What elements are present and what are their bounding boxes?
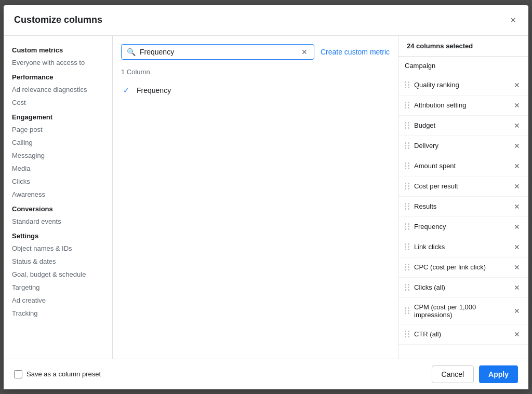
selected-item-attribution-setting: Attribution setting ✕ <box>398 96 528 116</box>
sidebar-item-ad-creative[interactable]: Ad creative <box>4 294 112 307</box>
drag-handle-quality-ranking[interactable] <box>405 81 410 88</box>
search-icon: 🔍 <box>127 48 136 56</box>
drag-handle-link-clicks[interactable] <box>405 243 410 250</box>
item-label-budget: Budget <box>414 121 512 129</box>
selected-item-cpc: CPC (cost per link click) ✕ <box>398 257 528 278</box>
remove-results-button[interactable]: ✕ <box>512 202 522 211</box>
drag-handle-cost-per-result[interactable] <box>405 183 410 189</box>
close-button[interactable]: × <box>508 13 518 27</box>
campaign-label: Campaign <box>405 62 435 70</box>
item-label-clicks-all: Clicks (all) <box>414 283 512 291</box>
selected-item-amount-spent: Amount spent ✕ <box>398 156 528 176</box>
column-item-frequency[interactable]: ✓ Frequency <box>121 82 390 99</box>
remove-attribution-setting-button[interactable]: ✕ <box>512 101 522 110</box>
sidebar-item-goal-budget[interactable]: Goal, budget & schedule <box>4 268 112 281</box>
drag-handle-ctr-all[interactable] <box>405 331 410 337</box>
section-title-performance: Performance <box>4 69 112 83</box>
section-title-custom-metrics: Custom metrics <box>4 42 112 56</box>
remove-clicks-all-button[interactable]: ✕ <box>512 283 522 292</box>
sidebar-item-object-names[interactable]: Object names & IDs <box>4 242 112 255</box>
selected-item-budget: Budget ✕ <box>398 116 528 136</box>
save-preset-label: Save as a column preset <box>26 370 101 378</box>
selected-item-results: Results ✕ <box>398 197 528 217</box>
section-title-settings: Settings <box>4 228 112 242</box>
customize-columns-modal: Customize columns × Custom metrics Every… <box>4 5 528 389</box>
remove-frequency-button[interactable]: ✕ <box>512 222 522 232</box>
search-input[interactable] <box>140 48 300 56</box>
save-preset-checkbox[interactable] <box>14 370 22 378</box>
selected-item-link-clicks: Link clicks ✕ <box>398 237 528 257</box>
remove-link-clicks-button[interactable]: ✕ <box>512 242 522 252</box>
sidebar-item-page-post[interactable]: Page post <box>4 123 112 136</box>
sidebar-item-status-dates[interactable]: Status & dates <box>4 255 112 268</box>
section-title-conversions: Conversions <box>4 201 112 215</box>
selected-columns-header: 24 columns selected <box>398 36 528 57</box>
selected-item-campaign: Campaign <box>398 57 528 75</box>
selected-item-cpm: CPM (cost per 1,000 impressions) ✕ <box>398 298 528 324</box>
sidebar-item-media[interactable]: Media <box>4 162 112 175</box>
modal-footer: Save as a column preset Cancel Apply <box>4 359 528 389</box>
drag-handle-clicks-all[interactable] <box>405 284 410 291</box>
remove-cost-per-result-button[interactable]: ✕ <box>512 182 522 191</box>
create-custom-metric-link[interactable]: Create custom metric <box>321 48 390 56</box>
sidebar-item-targeting[interactable]: Targeting <box>4 281 112 294</box>
sidebar-item-tracking[interactable]: Tracking <box>4 307 112 320</box>
check-icon: ✓ <box>123 86 131 94</box>
drag-handle-cpm[interactable] <box>405 307 410 314</box>
item-label-results: Results <box>414 202 512 210</box>
drag-handle-cpc[interactable] <box>405 264 410 270</box>
remove-cpm-button[interactable]: ✕ <box>512 306 522 316</box>
remove-delivery-button[interactable]: ✕ <box>512 141 522 151</box>
selected-item-clicks-all: Clicks (all) ✕ <box>398 278 528 298</box>
item-label-attribution-setting: Attribution setting <box>414 101 512 109</box>
item-label-ctr-all: CTR (all) <box>414 330 512 338</box>
sidebar-item-calling[interactable]: Calling <box>4 136 112 149</box>
remove-amount-spent-button[interactable]: ✕ <box>512 161 522 171</box>
middle-panel: 🔍 ✕ Create custom metric 1 Column ✓ Freq… <box>113 36 398 359</box>
sidebar-item-ad-relevance[interactable]: Ad relevance diagnostics <box>4 83 112 96</box>
remove-cpc-button[interactable]: ✕ <box>512 263 522 272</box>
sidebar-item-cost[interactable]: Cost <box>4 96 112 109</box>
item-label-frequency: Frequency <box>414 223 512 230</box>
item-label-link-clicks: Link clicks <box>414 243 512 251</box>
modal-overlay: Customize columns × Custom metrics Every… <box>0 0 532 394</box>
clear-search-button[interactable]: ✕ <box>300 48 309 56</box>
left-panel: Custom metrics Everyone with access to P… <box>4 36 113 359</box>
sidebar-item-messaging[interactable]: Messaging <box>4 149 112 162</box>
selected-item-cost-per-result: Cost per result ✕ <box>398 176 528 197</box>
sidebar-item-clicks[interactable]: Clicks <box>4 175 112 188</box>
apply-button[interactable]: Apply <box>479 365 518 383</box>
sidebar-item-everyone-access[interactable]: Everyone with access to <box>4 56 112 69</box>
section-title-engagement: Engagement <box>4 109 112 123</box>
drag-handle-amount-spent[interactable] <box>405 162 410 169</box>
drag-handle-frequency[interactable] <box>405 223 410 230</box>
item-label-cpm: CPM (cost per 1,000 impressions) <box>414 303 512 319</box>
item-label-cpc: CPC (cost per link click) <box>414 263 512 271</box>
remove-quality-ranking-button[interactable]: ✕ <box>512 80 522 90</box>
drag-handle-results[interactable] <box>405 203 410 210</box>
sidebar-item-standard-events[interactable]: Standard events <box>4 215 112 228</box>
modal-title: Customize columns <box>14 15 102 25</box>
search-row: 🔍 ✕ Create custom metric <box>121 44 390 60</box>
modal-body: Custom metrics Everyone with access to P… <box>4 36 528 359</box>
column-count-label: 1 Column <box>121 68 390 76</box>
search-box: 🔍 ✕ <box>121 44 314 60</box>
selected-item-quality-ranking: Quality ranking ✕ <box>398 75 528 96</box>
column-item-label-frequency: Frequency <box>137 86 171 94</box>
sidebar-item-awareness[interactable]: Awareness <box>4 188 112 201</box>
footer-buttons: Cancel Apply <box>432 365 518 383</box>
drag-handle-attribution-setting[interactable] <box>405 102 410 108</box>
drag-handle-delivery[interactable] <box>405 142 410 149</box>
save-preset-area: Save as a column preset <box>14 370 101 378</box>
item-label-amount-spent: Amount spent <box>414 162 512 170</box>
selected-columns-list: Campaign Quality ranking ✕ <box>398 57 528 359</box>
cancel-button[interactable]: Cancel <box>432 365 474 383</box>
item-label-quality-ranking: Quality ranking <box>414 81 512 89</box>
modal-header: Customize columns × <box>4 5 528 36</box>
remove-ctr-all-button[interactable]: ✕ <box>512 330 522 339</box>
drag-handle-budget[interactable] <box>405 122 410 129</box>
selected-item-frequency: Frequency ✕ <box>398 217 528 237</box>
remove-budget-button[interactable]: ✕ <box>512 121 522 130</box>
item-label-delivery: Delivery <box>414 142 512 150</box>
item-label-cost-per-result: Cost per result <box>414 182 512 190</box>
